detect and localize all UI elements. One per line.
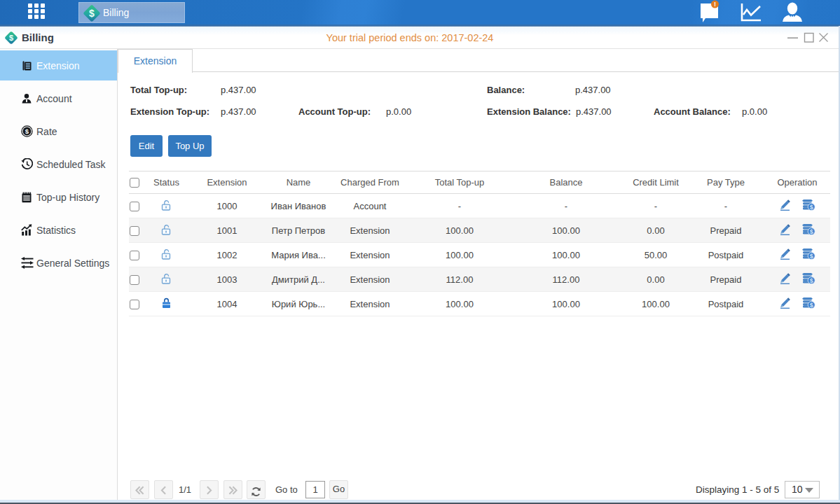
svg-text:$: $: [809, 302, 813, 309]
svg-text:!: !: [714, 1, 716, 8]
svg-text:$: $: [25, 127, 29, 135]
svg-text:$: $: [809, 204, 813, 211]
svg-text:$: $: [809, 277, 813, 284]
svg-text:$: $: [809, 253, 813, 260]
svg-text:$: $: [809, 228, 813, 235]
